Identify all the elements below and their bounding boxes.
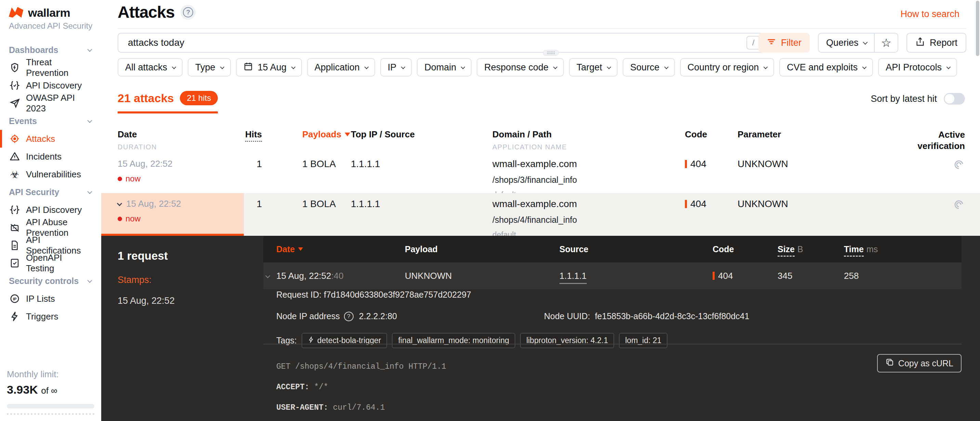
row-ip[interactable]: 1.1.1.1	[351, 159, 492, 170]
target-icon	[9, 133, 21, 144]
sort-label: Sort by latest hit	[870, 94, 937, 104]
sidebar-nav: Dashboards Threat Prevention API Discove…	[0, 41, 101, 325]
sidebar-item-threat-prevention[interactable]: Threat Prevention	[0, 59, 101, 76]
chevron-down-icon	[87, 278, 92, 283]
live-dot-icon	[118, 177, 122, 181]
chevron-down-icon	[87, 47, 92, 52]
chip-domain[interactable]: Domain	[417, 58, 471, 76]
http-request-line: GET /shops/4/financial_info HTTP/1.1	[276, 362, 961, 371]
search-resize-handle[interactable]	[543, 50, 559, 56]
active-verification-icon[interactable]	[953, 159, 965, 172]
sidebar-item-api-abuse-prevention[interactable]: API Abuse Prevention	[0, 219, 101, 237]
chip-type[interactable]: Type	[188, 58, 231, 76]
sidebar-section-api-security[interactable]: API Security	[0, 183, 101, 201]
wallarm-logo-icon	[8, 6, 24, 19]
row-hits: 1	[236, 159, 262, 170]
sidebar-item-attacks[interactable]: Attacks	[0, 130, 101, 148]
help-icon[interactable]: ?	[181, 5, 196, 20]
col-date: Date	[118, 129, 236, 140]
chip-target[interactable]: Target	[569, 58, 617, 76]
results-summary-tab[interactable]: 21 attacks 21 hits	[118, 91, 218, 113]
lightning-icon	[9, 311, 21, 322]
sidebar-item-owasp-api-2023[interactable]: OWASP API 2023	[0, 94, 101, 112]
chip-api-protocols[interactable]: API Protocols	[878, 58, 957, 76]
node-uuid-value: fe15853b-a66b-4d2d-8c3c-13cf6f80dc41	[595, 311, 749, 321]
copy-as-curl-button[interactable]: Copy as cURL	[877, 354, 961, 372]
col-hits[interactable]: Hits	[236, 129, 262, 140]
attack-row-expanded[interactable]: 15 Aug, 22:52 now 1 1 BOLA 1.1.1.1 wmall…	[101, 193, 980, 236]
robot-ban-icon	[9, 222, 21, 233]
favorite-star-button[interactable]: ☆	[874, 33, 897, 52]
chevron-down-icon[interactable]	[265, 273, 270, 278]
sidebar-item-incidents[interactable]: Incidents	[0, 148, 101, 165]
stamp-value: 15 Aug, 22:52	[118, 295, 248, 306]
filter-chips-row: All attacks Type 15 Aug Application IP D…	[118, 58, 957, 76]
brand-logo[interactable]: wallarm	[8, 6, 70, 19]
attack-row[interactable]: 15 Aug, 22:52 now 1 1 BOLA 1.1.1.1 wmall…	[101, 153, 980, 193]
brand-name: wallarm	[28, 6, 70, 19]
svg-text:IP: IP	[13, 297, 17, 301]
filter-icon	[767, 37, 776, 49]
stamps-label[interactable]: Stamps:	[118, 275, 248, 285]
code-status-bar	[685, 160, 687, 168]
sidebar-item-ip-lists[interactable]: IP IP Lists	[0, 290, 101, 308]
sort-toggle[interactable]	[944, 93, 965, 105]
search-input[interactable]	[118, 37, 746, 48]
chip-date[interactable]: 15 Aug	[236, 58, 302, 76]
node-line: Node IP address ? 2.2.2.2:80 Node UUID: …	[276, 311, 749, 321]
node-ip-label: Node IP address	[276, 311, 340, 321]
chip-all-attacks[interactable]: All attacks	[118, 58, 183, 76]
how-to-search-link[interactable]: How to search	[900, 9, 959, 19]
monthly-limit-value: 3.93K of ∞	[7, 383, 94, 396]
checklist-icon	[9, 258, 21, 268]
node-ip-value: 2.2.2.2:80	[359, 311, 397, 321]
chip-application[interactable]: Application	[307, 58, 375, 76]
request-source[interactable]: 1.1.1.1	[559, 271, 713, 281]
sidebar-item-vulnerabilities[interactable]: ☣ Vulnerabilities	[0, 165, 101, 183]
page-scrollbar[interactable]	[976, 1, 979, 56]
attacks-count: 21 attacks	[118, 92, 174, 105]
sidebar-section-events[interactable]: Events	[0, 112, 101, 130]
col-duration: DURATION	[118, 143, 236, 151]
dcol-time[interactable]: Timems	[844, 244, 961, 254]
sidebar-item-api-specifications[interactable]: API Specifications	[0, 237, 101, 254]
braces-check-icon	[9, 205, 21, 215]
col-payloads[interactable]: Payloads	[262, 129, 351, 140]
chip-source[interactable]: Source	[623, 58, 675, 76]
help-circle-icon[interactable]: ?	[344, 311, 353, 321]
header-divider	[118, 28, 966, 29]
request-row[interactable]: 15 Aug, 22:52:40 UNKNOWN 1.1.1.1 404 345…	[263, 262, 961, 289]
chevron-down-icon[interactable]	[117, 201, 123, 207]
dcol-date[interactable]: Date	[263, 244, 405, 254]
chip-cve[interactable]: CVE and exploits	[779, 58, 873, 76]
filter-button[interactable]: Filter	[759, 33, 810, 52]
sidebar-item-openapi-testing[interactable]: OpenAPI Testing	[0, 254, 101, 272]
report-button[interactable]: Report	[907, 33, 966, 52]
chip-ip[interactable]: IP	[380, 58, 412, 76]
sidebar-item-api-discovery-2[interactable]: API Discovery	[0, 201, 101, 219]
queries-group: Queries ☆	[818, 33, 898, 52]
sidebar-item-api-discovery[interactable]: API Discovery	[0, 76, 101, 94]
dcol-size[interactable]: SizeB	[778, 244, 844, 254]
http-request-block: GET /shops/4/financial_info HTTP/1.1 ACC…	[263, 344, 961, 421]
requests-table-header: Date Payload Source Code SizeB Timems	[263, 236, 961, 262]
sidebar-item-triggers[interactable]: Triggers	[0, 308, 101, 325]
sidebar-section-dashboards[interactable]: Dashboards	[0, 41, 101, 59]
row-date: 15 Aug, 22:52	[118, 159, 236, 169]
queries-button[interactable]: Queries	[819, 33, 874, 52]
row-payloads: 1 BOLA	[262, 159, 351, 170]
row-date: 15 Aug, 22:52	[118, 199, 236, 209]
copy-icon	[885, 358, 894, 369]
chip-country[interactable]: Country or region	[680, 58, 775, 76]
code-status-bar	[713, 272, 715, 280]
row-ip[interactable]: 1.1.1.1	[351, 199, 492, 210]
active-verification-icon[interactable]	[953, 199, 965, 212]
chevron-down-icon	[87, 118, 92, 123]
sidebar-scrollbar[interactable]	[7, 413, 94, 415]
request-payload: UNKNOWN	[405, 271, 559, 281]
code-status-bar	[685, 200, 687, 208]
row-domain: wmall-example.com	[492, 159, 685, 170]
sidebar-section-security-controls[interactable]: Security controls	[0, 272, 101, 290]
chip-response-code[interactable]: Response code	[477, 58, 564, 76]
col-active-verification: Active verification	[904, 129, 965, 151]
